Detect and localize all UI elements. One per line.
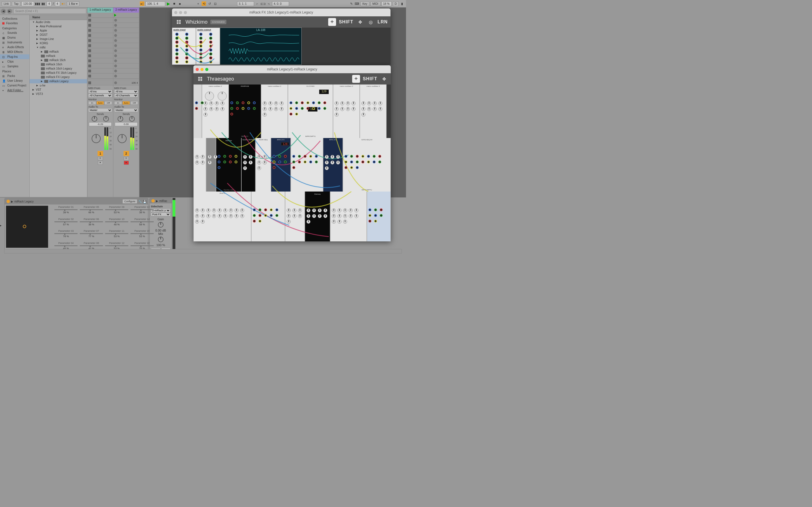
knob[interactable]: [367, 101, 371, 105]
module-time[interactable]: [206, 138, 216, 191]
library-icon[interactable]: [175, 18, 183, 26]
knob[interactable]: [332, 209, 336, 212]
audio-jack[interactable]: [209, 33, 212, 36]
param-slider[interactable]: [54, 245, 78, 246]
module-resonator[interactable]: [291, 138, 323, 191]
device-power-icon[interactable]: [151, 199, 155, 203]
tap-tempo-button[interactable]: Tap: [12, 1, 20, 6]
category-clips[interactable]: ▸Clips: [0, 59, 29, 64]
jack[interactable]: [292, 155, 295, 158]
volume-value[interactable]: 0.00: [115, 122, 138, 126]
knob[interactable]: [195, 214, 199, 218]
jack[interactable]: [235, 155, 238, 158]
jack[interactable]: [195, 107, 198, 110]
send-b-knob[interactable]: [129, 116, 135, 122]
jack[interactable]: [218, 166, 220, 169]
jack[interactable]: [367, 161, 370, 163]
arrangement-position[interactable]: 106. 1. 4: [146, 1, 165, 6]
jack[interactable]: [345, 155, 347, 158]
clip-slot[interactable]: [113, 33, 139, 38]
knob[interactable]: [240, 209, 244, 212]
knob[interactable]: [201, 209, 205, 212]
jack[interactable]: [306, 107, 309, 110]
clip-slot[interactable]: [87, 38, 113, 43]
knob[interactable]: [312, 209, 316, 212]
jack[interactable]: [278, 155, 281, 158]
name-column-header[interactable]: Name: [30, 15, 87, 20]
knob[interactable]: [206, 209, 210, 212]
param-slider[interactable]: [105, 209, 128, 210]
jack[interactable]: [275, 214, 278, 217]
jack[interactable]: [309, 161, 312, 163]
clip-slot[interactable]: [113, 23, 139, 28]
knob[interactable]: [373, 101, 377, 105]
window-close-icon[interactable]: [174, 11, 177, 14]
param-slider[interactable]: [105, 233, 128, 234]
jack[interactable]: [315, 161, 318, 163]
knob[interactable]: [195, 161, 199, 165]
param-slider[interactable]: [131, 209, 154, 210]
jack[interactable]: [236, 107, 239, 110]
browser-back-icon[interactable]: ◀: [1, 9, 6, 14]
tree-vendor-imageline[interactable]: ▶Image-Line: [30, 37, 87, 41]
knob[interactable]: [209, 101, 213, 105]
shift-button[interactable]: SHIFT: [339, 19, 353, 24]
clip-slot[interactable]: [87, 48, 113, 53]
audio-jack[interactable]: [185, 60, 188, 63]
jack[interactable]: [350, 166, 353, 169]
window-zoom-icon[interactable]: [205, 68, 208, 71]
jack[interactable]: [295, 107, 298, 110]
knob[interactable]: [263, 155, 267, 159]
window-minimize-icon[interactable]: [200, 68, 204, 71]
audio-jack[interactable]: [209, 52, 212, 55]
module-slew-limiter[interactable]: SLEW LIMITER: [241, 138, 255, 191]
knob[interactable]: [274, 107, 278, 111]
search-input[interactable]: [13, 8, 86, 14]
knob[interactable]: [343, 214, 347, 218]
audio-jack[interactable]: [199, 52, 202, 55]
clip-slot[interactable]: [87, 18, 113, 23]
parameter-control[interactable]: Parameter 11 53 %: [105, 230, 128, 241]
jack[interactable]: [284, 161, 287, 163]
knob[interactable]: [335, 101, 339, 105]
tree-mirack-legacy[interactable]: ▶miRack Legacy: [30, 79, 87, 83]
clip-slot[interactable]: [113, 73, 139, 78]
clip-slot[interactable]: [87, 53, 113, 58]
device-titlebar[interactable]: ▶ miRack Legacy Configure 🔧 💾: [5, 198, 148, 205]
jack[interactable]: [350, 155, 353, 158]
loop-icon[interactable]: ⊏⊐: [261, 1, 265, 6]
jack[interactable]: [231, 107, 233, 110]
knob[interactable]: [243, 161, 247, 165]
automation-arm-icon[interactable]: ⟲: [202, 1, 206, 6]
jack[interactable]: [270, 214, 273, 217]
mix-knob[interactable]: [158, 237, 163, 242]
audio-jack[interactable]: [185, 37, 188, 40]
shift-button[interactable]: SHIFT: [363, 76, 377, 81]
knob[interactable]: [318, 214, 322, 218]
clip-slot[interactable]: [87, 43, 113, 48]
knob[interactable]: [349, 209, 353, 212]
jack[interactable]: [345, 161, 347, 163]
jack[interactable]: [223, 161, 226, 163]
jack[interactable]: [290, 107, 292, 110]
knob[interactable]: [298, 214, 302, 218]
jack[interactable]: [301, 101, 304, 104]
jack[interactable]: [356, 161, 359, 163]
module-lfn[interactable]: [193, 138, 206, 191]
knob[interactable]: [229, 214, 233, 218]
tree-mirack-3[interactable]: miRack 16ch: [30, 62, 87, 66]
device-expand-icon[interactable]: ▶: [11, 200, 13, 203]
time-sig-denominator[interactable]: 4: [55, 1, 60, 6]
knob[interactable]: [312, 214, 316, 218]
tree-mirack-1[interactable]: miRack: [30, 54, 87, 58]
knob[interactable]: [335, 113, 339, 117]
jack[interactable]: [270, 209, 273, 211]
device-chain-toggle[interactable]: ▸: [0, 198, 4, 253]
jack[interactable]: [235, 161, 238, 163]
send-b-knob[interactable]: [103, 116, 109, 122]
audio-jack[interactable]: [185, 52, 188, 55]
send-a-knob[interactable]: [92, 116, 97, 122]
category-samples[interactable]: ▭Samples: [0, 64, 29, 69]
audio-jack[interactable]: [199, 60, 202, 63]
category-drums[interactable]: ▦Drums: [0, 35, 29, 40]
